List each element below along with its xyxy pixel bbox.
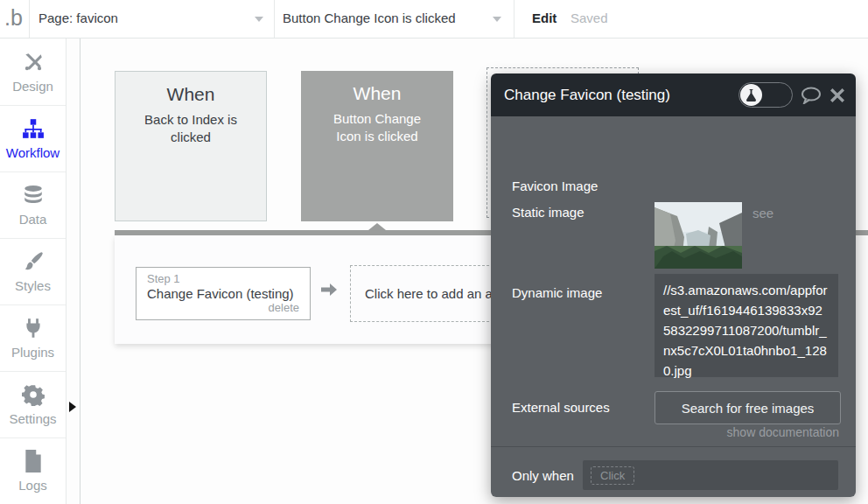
run-test-toggle[interactable] xyxy=(738,82,793,108)
favicon-image-label: Favicon Image xyxy=(512,178,598,193)
event-box-button-change-icon[interactable]: When Button Change Icon is clicked xyxy=(301,71,453,221)
modal-body: Favicon Image Static image see Dynamic xyxy=(491,116,856,497)
sidebar-item-data[interactable]: Data xyxy=(0,172,66,239)
external-sources-label: External sources xyxy=(512,400,610,415)
step-card[interactable]: Step 1 Change Favicon (testing) delete xyxy=(136,267,311,320)
sidebar-item-label: Settings xyxy=(9,411,56,426)
dynamic-image-input[interactable]: //s3.amazonaws.com/appforest_uf/f1619446… xyxy=(654,274,838,377)
saved-status: Saved xyxy=(570,10,608,25)
plug-icon xyxy=(22,317,45,340)
paintbrush-icon xyxy=(22,250,45,273)
close-icon[interactable] xyxy=(830,88,844,102)
document-icon xyxy=(23,450,44,472)
event-subtitle: Button Change Icon is clicked xyxy=(301,110,453,145)
only-when-label: Only when xyxy=(512,468,574,483)
condition-placeholder-chip[interactable]: Click xyxy=(591,466,634,485)
gear-icon xyxy=(22,383,45,406)
change-favicon-modal: Change Favicon (testing) Favicon Image S… xyxy=(491,74,856,497)
modal-header: Change Favicon (testing) xyxy=(491,74,856,116)
design-icon xyxy=(22,51,45,74)
event-title: When xyxy=(301,83,453,104)
see-link[interactable]: see xyxy=(752,206,774,220)
bubble-editor: .b Page: favicon Button Change Icon is c… xyxy=(0,0,868,504)
static-image-thumbnail[interactable] xyxy=(654,202,742,269)
only-when-input[interactable]: Click xyxy=(583,460,838,490)
dynamic-image-label: Dynamic image xyxy=(512,285,602,300)
arrow-right-icon xyxy=(318,279,340,304)
event-title: When xyxy=(116,84,266,105)
timeline-pointer xyxy=(368,223,386,230)
topbar: .b Page: favicon Button Change Icon is c… xyxy=(0,0,868,38)
delete-step-link[interactable]: delete xyxy=(147,301,299,314)
sidebar-item-label: Styles xyxy=(15,278,51,293)
event-box-back-to-index[interactable]: When Back to Index is clicked xyxy=(115,71,267,221)
sidebar-item-logs[interactable]: Logs xyxy=(0,438,66,504)
chevron-down-icon[interactable] xyxy=(493,17,501,22)
event-subtitle: Back to Index is clicked xyxy=(116,111,266,146)
sidebar-item-label: Design xyxy=(12,79,53,94)
flask-icon xyxy=(740,84,762,106)
workflow-icon xyxy=(22,117,45,140)
sidebar-item-styles[interactable]: Styles xyxy=(0,238,66,305)
step-number: Step 1 xyxy=(147,272,299,285)
section-divider xyxy=(491,446,856,447)
sidebar-item-label: Logs xyxy=(18,478,47,493)
sidebar-item-label: Data xyxy=(19,212,47,227)
sidebar-item-plugins[interactable]: Plugins xyxy=(0,304,66,372)
sidebar-expander-arrow[interactable] xyxy=(69,402,76,412)
static-image-label: Static image xyxy=(512,205,584,220)
sidebar-item-label: Workflow xyxy=(6,145,60,160)
sidebar-item-workflow[interactable]: Workflow xyxy=(0,105,66,172)
chevron-down-icon[interactable] xyxy=(255,17,263,22)
show-documentation-link[interactable]: show documentation xyxy=(727,425,839,439)
topbar-divider xyxy=(29,0,30,38)
database-icon xyxy=(22,184,45,206)
sidebar-item-settings[interactable]: Settings xyxy=(0,371,66,438)
sidebar: Design Workflow Data Styles Plugins xyxy=(0,38,66,504)
edit-button[interactable]: Edit xyxy=(532,10,556,25)
comment-bubble-icon[interactable] xyxy=(801,87,822,104)
search-free-images-button[interactable]: Search for free images xyxy=(654,391,841,424)
sidebar-item-design[interactable]: Design xyxy=(0,38,66,106)
topbar-divider xyxy=(274,0,275,38)
bubble-logo: .b xyxy=(4,5,23,31)
sidebar-item-label: Plugins xyxy=(11,345,54,360)
page-selector[interactable]: Page: favicon xyxy=(38,10,118,25)
step-title: Change Favicon (testing) xyxy=(147,286,299,301)
topbar-divider xyxy=(514,0,514,38)
modal-title: Change Favicon (testing) xyxy=(504,87,738,104)
workflow-selector[interactable]: Button Change Icon is clicked xyxy=(283,10,456,25)
